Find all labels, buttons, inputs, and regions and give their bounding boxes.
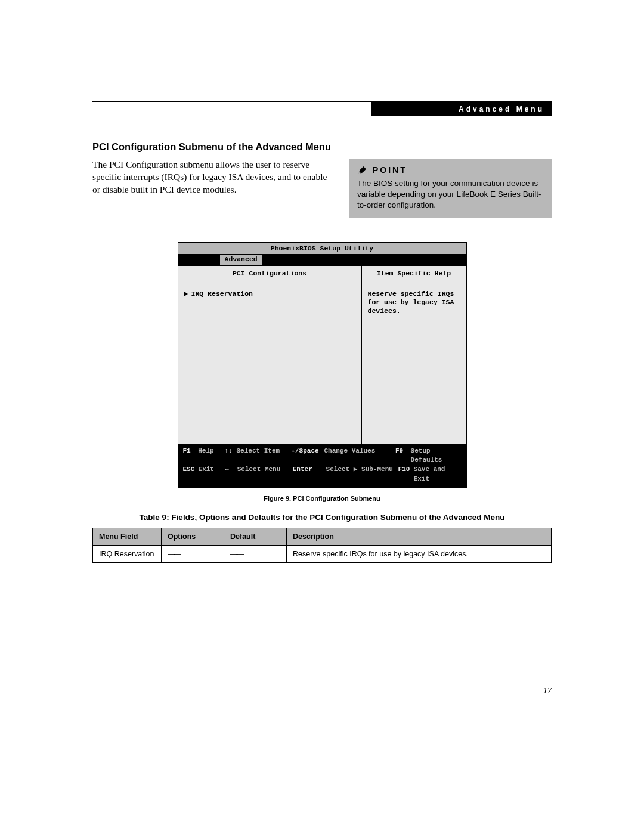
intro-row: The PCI Configuration submenu allows the… (92, 159, 552, 218)
th-description: Description (287, 528, 552, 546)
key-esc: ESC (183, 465, 199, 484)
th-default: Default (224, 528, 287, 546)
label-select-submenu: Select ▶ Sub-Menu (326, 465, 398, 484)
key-f9: F9 (395, 447, 411, 466)
point-callout: POINT The BIOS setting for your communic… (349, 159, 552, 218)
key-enter: Enter (293, 465, 326, 484)
page-number: 17 (543, 686, 552, 696)
label-exit: Exit (199, 465, 225, 484)
label-save-exit: Save and Exit (414, 465, 462, 484)
section-title: PCI Configuration Submenu of the Advance… (92, 141, 552, 153)
bios-footer: F1 Help ↑↓ Select Item -/Space Change Va… (178, 444, 466, 488)
label-change-values: Change Values (324, 447, 395, 466)
point-body: The BIOS setting for your communication … (357, 178, 543, 211)
key-f1: F1 (183, 447, 199, 466)
label-select-menu: Select Menu (237, 465, 293, 484)
bios-item-label: IRQ Reservation (191, 290, 253, 299)
td-options: —— (162, 546, 224, 563)
th-menu-field: Menu Field (93, 528, 162, 546)
key-updown: ↑↓ (224, 447, 236, 466)
th-options: Options (162, 528, 224, 546)
table-row: IRQ Reservation —— —— Reserve specific I… (93, 546, 552, 563)
triangle-right-icon (184, 292, 188, 296)
bios-screenshot: PhoenixBIOS Setup Utility Advanced PCI C… (178, 242, 467, 488)
bios-left-header: PCI Configurations (178, 266, 361, 281)
pencil-icon (357, 165, 368, 175)
bios-footer-row1: F1 Help ↑↓ Select Item -/Space Change Va… (183, 447, 462, 466)
bios-footer-row2: ESC Exit ↔ Select Menu Enter Select ▶ Su… (183, 465, 462, 484)
bios-help-text: Reserve specific IRQs for use by legacy … (362, 281, 466, 444)
intro-text: The PCI Configuration submenu allows the… (92, 159, 331, 196)
bios-right-pane: Item Specific Help Reserve specific IRQs… (362, 266, 466, 444)
label-setup-defaults: Setup Defaults (411, 447, 462, 466)
td-menu-field: IRQ Reservation (93, 546, 162, 563)
bios-item-irq: IRQ Reservation (184, 290, 355, 299)
figure-caption: Figure 9. PCI Configuration Submenu (92, 495, 552, 502)
td-description: Reserve specific IRQs for use by legacy … (287, 546, 552, 563)
page-container: Advanced Menu PCI Configuration Submenu … (0, 0, 644, 599)
key-f10: F10 (398, 465, 414, 484)
table-caption: Table 9: Fields, Options and Defaults fo… (92, 513, 552, 522)
bios-left-pane: PCI Configurations IRQ Reservation (178, 266, 362, 444)
label-select-item: Select Item (237, 447, 292, 466)
label-help: Help (198, 447, 224, 466)
key-leftright: ↔ (225, 465, 237, 484)
breadcrumb: Advanced Menu (371, 102, 552, 116)
fields-table: Menu Field Options Default Description I… (92, 528, 552, 563)
bios-tab-advanced: Advanced (220, 255, 262, 265)
bios-left-body: IRQ Reservation (178, 281, 361, 444)
point-header: POINT (357, 165, 543, 176)
point-label: POINT (373, 165, 407, 176)
bios-body: PCI Configurations IRQ Reservation Item … (178, 265, 466, 444)
key-space: -/Space (291, 447, 324, 466)
bios-tabs: Advanced (178, 255, 466, 265)
bios-right-header: Item Specific Help (362, 266, 466, 281)
bios-title: PhoenixBIOS Setup Utility (178, 243, 466, 255)
td-default: —— (224, 546, 287, 563)
